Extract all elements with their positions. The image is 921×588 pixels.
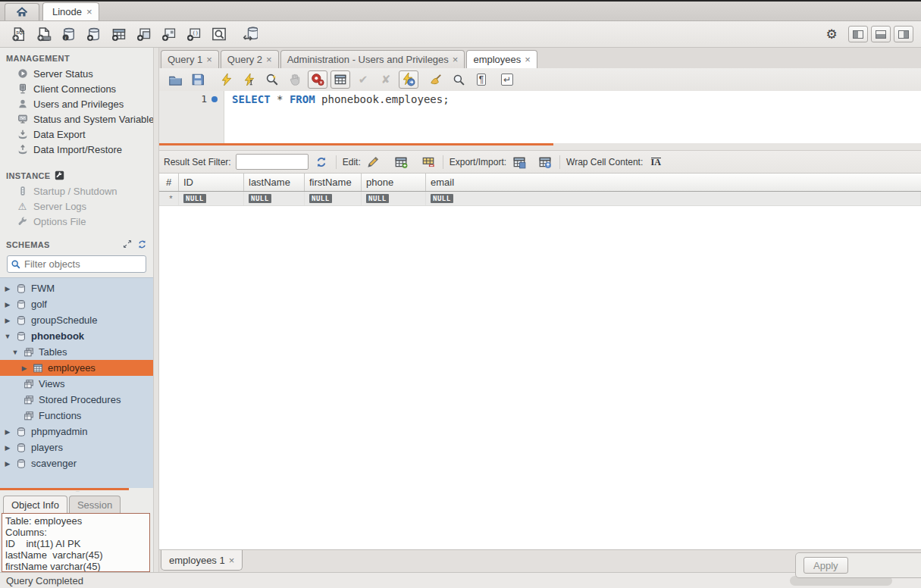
find-icon[interactable] xyxy=(449,70,468,89)
chevron-down-icon[interactable] xyxy=(11,349,19,356)
connection-tab-linode[interactable]: Linode xyxy=(42,2,99,20)
sidebar-item-startup-shutdown[interactable]: Startup / Shutdown xyxy=(0,183,153,199)
sql-code-line[interactable]: SELECT * FROM phonebook.employees; xyxy=(224,91,450,143)
tree-node-tables[interactable]: Tables xyxy=(0,344,153,360)
edit-pencil-icon[interactable] xyxy=(365,154,382,170)
tab-employees[interactable]: employees xyxy=(466,50,537,68)
result-grid-body[interactable] xyxy=(159,206,921,549)
invisible-chars-icon[interactable]: ¶ xyxy=(471,70,491,89)
chevron-right-icon[interactable] xyxy=(4,444,11,452)
close-icon[interactable] xyxy=(453,55,459,64)
toggle-secondary-sidebar-button[interactable] xyxy=(894,26,913,42)
open-script-icon[interactable] xyxy=(165,70,185,89)
column-header-lastname[interactable]: lastName xyxy=(244,174,305,191)
reconnect-db-button[interactable] xyxy=(239,24,262,44)
close-icon[interactable] xyxy=(266,55,272,64)
tree-node-golf[interactable]: golf xyxy=(0,296,153,312)
rollback-icon[interactable]: ✘ xyxy=(376,70,396,89)
tree-node-functions[interactable]: Functions xyxy=(0,408,153,424)
column-header-hash[interactable]: # xyxy=(159,174,179,191)
tree-node-fwm[interactable]: FWM xyxy=(0,280,153,296)
preferences-icon[interactable]: ⚙ xyxy=(820,24,843,44)
execute-current-icon[interactable] xyxy=(240,70,259,89)
sidebar-item-status-variables[interactable]: Status and System Variables xyxy=(0,111,153,127)
column-header-firstname[interactable]: firstName xyxy=(305,174,362,191)
new-schema-button[interactable] xyxy=(83,24,105,44)
cell-id[interactable]: NULL xyxy=(179,192,244,205)
tree-node-groupschedule[interactable]: groupSchedule xyxy=(0,312,153,328)
close-icon[interactable] xyxy=(86,7,92,17)
column-header-phone[interactable]: phone xyxy=(362,174,426,191)
stop-on-error-icon[interactable] xyxy=(308,70,327,89)
delete-row-icon[interactable] xyxy=(420,154,437,170)
cell-lastname[interactable]: NULL xyxy=(244,192,305,205)
schema-inspector-button[interactable]: i xyxy=(58,24,80,44)
home-tab[interactable] xyxy=(5,3,39,20)
commit-icon[interactable]: ✔ xyxy=(353,70,373,89)
tab-administration[interactable]: Administration - Users and Privileges xyxy=(280,50,465,68)
new-view-button[interactable] xyxy=(133,24,155,44)
tree-node-employees[interactable]: employees xyxy=(0,360,153,376)
chevron-right-icon[interactable] xyxy=(4,285,11,292)
add-row-icon[interactable] xyxy=(393,154,409,170)
new-procedure-button[interactable] xyxy=(158,24,180,44)
sidebar-item-data-export[interactable]: Data Export xyxy=(0,127,153,142)
sidebar-resize-handle[interactable] xyxy=(153,48,159,572)
tree-node-views[interactable]: Views xyxy=(0,376,153,392)
toggle-sidebar-button[interactable] xyxy=(848,26,868,42)
close-icon[interactable] xyxy=(206,55,212,64)
tab-query-1[interactable]: Query 1 xyxy=(161,50,219,68)
search-data-button[interactable] xyxy=(208,24,230,44)
refresh-icon[interactable] xyxy=(137,239,147,249)
expand-icon[interactable] xyxy=(123,239,132,249)
chevron-right-icon[interactable] xyxy=(4,428,11,436)
chevron-right-icon[interactable] xyxy=(4,317,11,324)
sidebar-splitter[interactable]: ∙∙∙ xyxy=(0,488,153,493)
execute-icon[interactable] xyxy=(217,70,237,89)
tree-node-players[interactable]: players xyxy=(0,439,153,455)
open-sql-file-button[interactable] xyxy=(33,24,55,44)
autocommit-icon[interactable] xyxy=(399,70,418,89)
save-script-icon[interactable] xyxy=(188,70,208,89)
chevron-right-icon[interactable] xyxy=(4,460,11,468)
new-function-button[interactable]: () xyxy=(183,24,205,44)
import-grid-icon[interactable] xyxy=(537,154,553,170)
chevron-right-icon[interactable] xyxy=(4,301,11,308)
chevron-right-icon[interactable] xyxy=(20,364,28,372)
sidebar-item-options-file[interactable]: Options File xyxy=(0,214,153,229)
sidebar-item-client-connections[interactable]: Client Connections xyxy=(0,81,153,96)
chevron-down-icon[interactable] xyxy=(4,333,11,340)
tree-node-scavenger[interactable]: scavenger xyxy=(0,455,153,471)
tab-session[interactable]: Session xyxy=(69,496,121,513)
toggle-output-area-button[interactable] xyxy=(871,26,891,42)
stop-icon[interactable] xyxy=(285,70,305,89)
tab-query-2[interactable]: Query 2 xyxy=(221,50,279,68)
result-filter-input[interactable] xyxy=(236,154,309,170)
new-table-button[interactable] xyxy=(108,24,130,44)
explain-icon[interactable] xyxy=(262,70,282,89)
sidebar-item-server-status[interactable]: Server Status xyxy=(0,66,153,81)
sidebar-item-data-import[interactable]: Data Import/Restore xyxy=(0,142,153,157)
sql-editor[interactable]: 1 SELECT * FROM phonebook.employees; xyxy=(159,91,921,143)
cell-email[interactable]: NULL xyxy=(426,192,921,205)
column-header-email[interactable]: email xyxy=(426,174,921,191)
new-query-tab-button[interactable]: SQL xyxy=(8,24,30,44)
close-icon[interactable] xyxy=(229,555,235,565)
tree-node-phonebook[interactable]: phonebook xyxy=(0,328,153,344)
sidebar-item-users-privileges[interactable]: Users and Privileges xyxy=(0,96,153,111)
cell-phone[interactable]: NULL xyxy=(362,192,426,205)
tab-object-info[interactable]: Object Info xyxy=(3,496,67,513)
close-icon[interactable] xyxy=(525,55,531,64)
table-row[interactable]: * NULL NULL NULL NULL NULL xyxy=(159,192,921,206)
cell-firstname[interactable]: NULL xyxy=(305,192,362,205)
apply-button[interactable]: Apply xyxy=(804,557,848,574)
limit-rows-icon[interactable] xyxy=(330,70,350,89)
column-header-id[interactable]: ID xyxy=(179,174,244,191)
wrap-cell-icon[interactable]: ΙA xyxy=(647,154,664,170)
tree-node-phpmyadmin[interactable]: phpmyadmin xyxy=(0,424,153,439)
wrap-text-icon[interactable]: ↵ xyxy=(497,70,517,89)
schema-filter-input[interactable] xyxy=(24,258,143,270)
tab-result-employees-1[interactable]: employees 1 xyxy=(161,550,243,571)
sidebar-item-server-logs[interactable]: ⚠ Server Logs xyxy=(0,199,153,214)
export-grid-icon[interactable] xyxy=(511,154,528,170)
